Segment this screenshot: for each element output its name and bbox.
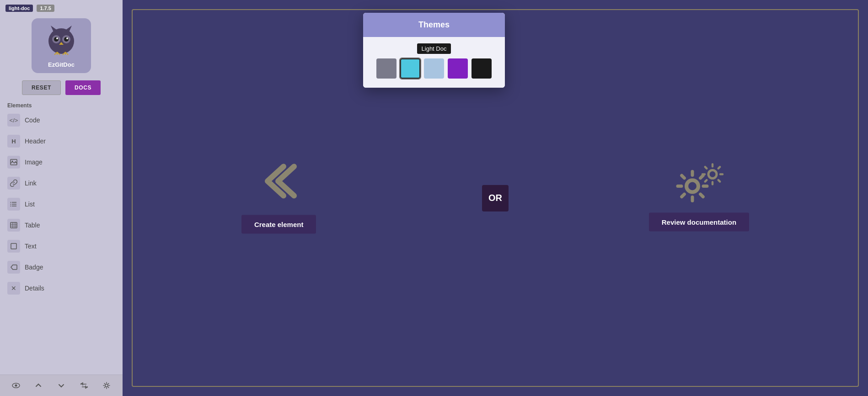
theme-swatch-lightblue[interactable] [424, 58, 444, 79]
svg-point-23 [11, 206, 11, 206]
list-icon [7, 198, 20, 211]
light-doc-tooltip: Light Doc [417, 43, 451, 54]
theme-swatch-black[interactable] [472, 58, 492, 79]
owl-logo-svg [45, 24, 77, 56]
elements-list: </> Code H Header Image Link List [0, 110, 123, 375]
reset-button[interactable]: RESET [22, 80, 61, 95]
image-icon [7, 156, 20, 169]
text-icon [7, 240, 20, 253]
svg-rect-24 [11, 222, 17, 228]
svg-point-0 [48, 28, 74, 54]
link-icon [7, 177, 20, 190]
elements-heading: Elements [0, 100, 123, 110]
sidebar-item-code[interactable]: </> Code [3, 110, 120, 131]
sidebar-item-header[interactable]: H Header [3, 131, 120, 152]
left-action: Create element [241, 163, 316, 233]
theme-swatch-gray[interactable] [376, 58, 396, 79]
sidebar-item-header-label: Header [25, 137, 46, 145]
svg-point-5 [54, 37, 59, 42]
theme-swatches [376, 58, 492, 79]
code-icon: </> [7, 114, 20, 127]
sidebar-item-details[interactable]: ✕ Details [3, 278, 120, 299]
themes-header: Themes [363, 13, 505, 37]
gear-small-icon [701, 163, 724, 190]
sidebar-item-list-label: List [25, 201, 35, 208]
right-action: Review documentation [649, 165, 749, 231]
swap-icon[interactable] [77, 379, 91, 392]
logo-container: EzGitDoc [0, 15, 123, 75]
sidebar: light-doc 1.7.5 [0, 0, 123, 396]
svg-point-35 [686, 180, 698, 192]
themes-body: Light Doc [363, 37, 505, 88]
sidebar-item-list[interactable]: List [3, 194, 120, 215]
svg-point-31 [15, 385, 17, 387]
sidebar-item-link[interactable]: Link [3, 173, 120, 194]
sidebar-item-link-label: Link [25, 180, 37, 187]
badge-icon [7, 261, 20, 274]
theme-swatch-purple[interactable] [448, 58, 468, 79]
arrow-up-icon[interactable] [32, 379, 45, 392]
details-icon: ✕ [7, 282, 20, 295]
sidebar-item-table[interactable]: Table [3, 215, 120, 236]
sidebar-item-text-label: Text [25, 243, 37, 250]
logo-label: EzGitDoc [48, 61, 75, 68]
svg-rect-29 [11, 243, 16, 249]
app-logo-icon [45, 24, 77, 59]
create-element-button[interactable]: Create element [241, 215, 316, 233]
sidebar-item-badge-label: Badge [25, 264, 43, 271]
sidebar-item-details-label: Details [25, 285, 44, 292]
sidebar-item-table-label: Table [25, 222, 40, 229]
sidebar-footer [0, 375, 123, 396]
sidebar-item-code-label: Code [25, 116, 40, 124]
eye-icon[interactable] [9, 379, 23, 392]
gear-icons [676, 165, 722, 201]
svg-point-6 [64, 37, 69, 42]
svg-point-22 [11, 204, 11, 205]
app-name-badge: light-doc [5, 5, 33, 12]
settings-icon[interactable] [100, 379, 113, 392]
left-chevrons-icon [258, 163, 300, 204]
themes-title: Themes [418, 20, 450, 29]
version-badge: 1.7.5 [37, 5, 54, 12]
logo-box: EzGitDoc [32, 18, 91, 73]
table-icon [7, 219, 20, 232]
or-badge: OR [482, 185, 509, 211]
sidebar-buttons: RESET DOCS [0, 75, 123, 100]
svg-point-7 [56, 37, 58, 39]
review-documentation-button[interactable]: Review documentation [649, 212, 749, 231]
docs-button[interactable]: DOCS [65, 80, 101, 95]
sidebar-item-image-label: Image [25, 158, 43, 166]
theme-swatch-cyan[interactable] [400, 58, 420, 79]
sidebar-header: light-doc 1.7.5 [0, 0, 123, 15]
arrow-down-icon[interactable] [54, 379, 68, 392]
svg-point-36 [708, 170, 717, 178]
svg-point-8 [66, 37, 68, 39]
sidebar-item-badge[interactable]: Badge [3, 257, 120, 278]
sidebar-item-image[interactable]: Image [3, 152, 120, 173]
sidebar-item-text[interactable]: Text [3, 236, 120, 257]
header-icon: H [7, 135, 20, 148]
svg-point-21 [11, 202, 11, 203]
svg-point-34 [105, 384, 108, 387]
themes-modal: Themes Light Doc [363, 13, 505, 88]
